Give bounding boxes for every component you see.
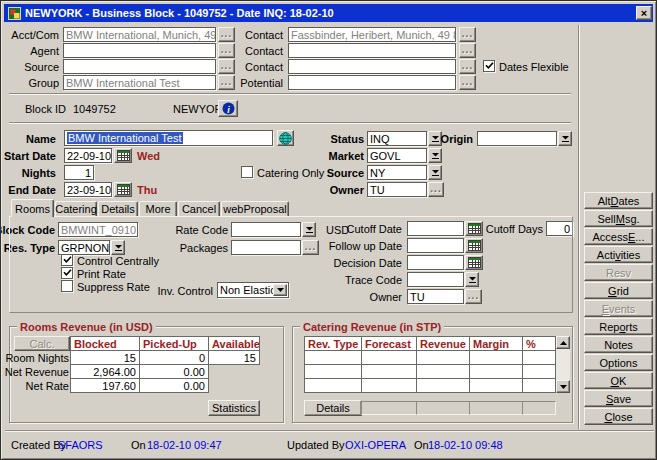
market-field[interactable]: GOVL [367, 148, 427, 163]
dropdown-arrow-icon [432, 152, 439, 159]
access-exclusion-button[interactable]: Access E... [584, 228, 653, 245]
contact-3-field[interactable] [288, 59, 456, 74]
titlebar[interactable]: NEWYORK - Business Block - 1049752 - Dat… [4, 4, 653, 22]
ok-button[interactable]: OK [584, 372, 653, 389]
activities-button[interactable]: Activities [584, 246, 653, 263]
source-code-field[interactable]: NY [367, 165, 427, 180]
ellipsis-label: ... [462, 60, 473, 71]
updated-by-label: Updated By [287, 437, 344, 452]
dates-flexible-label[interactable]: Dates Flexible [499, 59, 569, 74]
row-label-room-nights: Room Nights [3, 350, 69, 365]
origin-field[interactable] [477, 131, 557, 146]
details-button[interactable]: Details [304, 400, 362, 416]
reports-button[interactable]: Reports [584, 318, 653, 335]
dates-flexible-checkbox[interactable] [483, 60, 495, 72]
tab-more[interactable]: More [139, 201, 177, 216]
divider [9, 93, 571, 95]
statistics-button[interactable]: Statistics [208, 400, 260, 416]
origin-dropdown-button[interactable] [558, 131, 572, 146]
tab-label: More [145, 203, 170, 215]
contact-1-field[interactable]: Fassbinder, Heribert, Munich, 49 8 125 [288, 27, 456, 42]
source-company-field[interactable] [63, 59, 216, 74]
market-dropdown-button[interactable] [428, 148, 442, 163]
label: Calc. [29, 338, 54, 350]
room-nights-blocked: 15 [70, 350, 140, 365]
contact-2-label: Contact [223, 43, 283, 58]
catering-total-cell [361, 401, 417, 415]
end-day-name: Thu [137, 182, 157, 197]
block-info-button[interactable]: i [218, 100, 238, 117]
catering-cell [361, 350, 417, 365]
name-input[interactable]: BMW International Test [64, 130, 273, 146]
save-button[interactable]: Save [584, 390, 653, 407]
contact-1-browse-button[interactable]: ... [459, 27, 476, 42]
contact-2-field[interactable] [288, 43, 456, 58]
block-id-label: Block ID [25, 101, 66, 116]
acct-com-field[interactable]: BMW International, Munich, 49 8 215 8 [63, 27, 216, 42]
label: Details [316, 402, 350, 414]
nights-value: 1 [85, 167, 91, 179]
start-date-calendar-button[interactable] [114, 148, 132, 163]
tab-rooms[interactable]: Rooms [11, 199, 54, 217]
created-by-value: SFAORS [58, 437, 103, 452]
row-label-net-revenue: Net Revenue [3, 364, 69, 379]
check-icon [485, 62, 494, 70]
options-button[interactable]: Options [584, 354, 653, 371]
catering-total-cell [416, 401, 470, 415]
alt-dates-button[interactable]: Alt Dates [584, 192, 653, 209]
label: Notes [604, 339, 633, 351]
potential-field[interactable] [288, 75, 456, 90]
grid-button[interactable]: Grid [584, 282, 653, 299]
catering-only-checkbox[interactable] [241, 166, 253, 178]
column-header-rev-type: Rev. Type [304, 336, 362, 351]
label: E [628, 231, 635, 243]
name-translate-button[interactable] [277, 130, 294, 146]
catering-total-cell [469, 401, 523, 415]
dropdown-arrow-icon [432, 169, 439, 176]
label: O [611, 375, 620, 387]
net-revenue-blocked: 2,964.00 [70, 364, 140, 379]
sell-msg-button[interactable]: Sell Msg. [584, 210, 653, 227]
notes-button[interactable]: Notes [584, 336, 653, 353]
rooms-tab-panel [9, 216, 573, 313]
tab-label: Rooms [15, 203, 50, 215]
contact-2-browse-button[interactable]: ... [459, 43, 476, 58]
label: Options [600, 357, 638, 369]
ellipsis-label: ... [462, 44, 473, 55]
titlebar-close-button[interactable]: × [636, 6, 652, 20]
owner-browse-button[interactable]: ... [428, 182, 444, 197]
label: ates [619, 195, 640, 207]
agent-field[interactable] [63, 43, 216, 58]
window-title: NEWYORK - Business Block - 1049752 - Dat… [25, 7, 334, 19]
resv-button: Resv [584, 264, 653, 281]
catering-scrollbar[interactable] [556, 336, 570, 393]
label: Sell [597, 213, 615, 225]
potential-browse-button[interactable]: ... [459, 75, 476, 90]
group-label: Group [7, 75, 59, 90]
scroll-up-button[interactable] [556, 336, 570, 349]
end-date-calendar-button[interactable] [114, 182, 132, 197]
acct-com-value: BMW International, Munich, 49 8 215 8 [66, 29, 216, 41]
label: D [611, 195, 619, 207]
start-date-field[interactable]: 22-09-10 [64, 148, 112, 163]
tab-cancel[interactable]: Cancel [178, 201, 220, 216]
end-date-field[interactable]: 23-09-10 [64, 182, 112, 197]
scroll-down-button[interactable] [556, 380, 570, 393]
label: ave [613, 393, 631, 405]
contact-3-browse-button[interactable]: ... [459, 59, 476, 74]
tab-webproposal[interactable]: webProposal [221, 201, 289, 216]
updated-on-label: On [414, 437, 429, 452]
tab-details[interactable]: Details [98, 201, 138, 216]
divider [5, 430, 654, 432]
label: rid [617, 285, 629, 297]
tab-catering[interactable]: Catering [55, 201, 97, 216]
source-company-label: Source [7, 59, 59, 74]
status-field[interactable]: INQ [367, 131, 427, 146]
source-dropdown-button[interactable] [428, 165, 442, 180]
owner-field[interactable]: TU [367, 182, 427, 197]
close-button[interactable]: Close [584, 408, 653, 425]
label: C [604, 411, 612, 423]
nights-field[interactable]: 1 [64, 165, 94, 180]
ellipsis-label: ... [430, 183, 441, 194]
group-field[interactable]: BMW International Test [63, 75, 216, 90]
